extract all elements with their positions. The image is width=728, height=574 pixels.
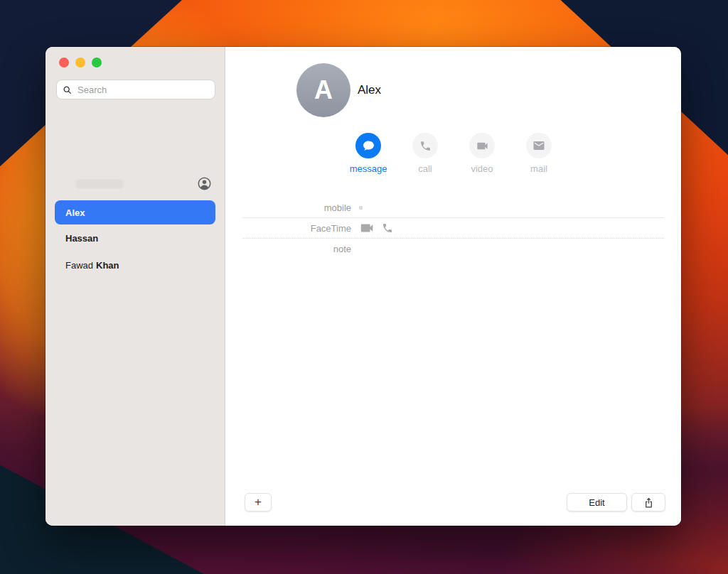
group-row [46,173,225,195]
call-button[interactable]: call [402,133,448,174]
action-buttons: message call video [346,133,562,174]
share-button[interactable] [631,493,665,511]
zoom-icon[interactable] [92,58,102,67]
contact-list: Alex Hassan FawadKhan [46,173,225,278]
facetime-phone-icon[interactable] [382,222,393,234]
sidebar: Alex Hassan FawadKhan [46,47,225,526]
phone-icon [419,140,432,152]
traffic-lights [59,58,102,67]
redacted-group-label [75,178,124,190]
contact-card-icon[interactable] [197,176,212,191]
field-mobile[interactable]: mobile [225,197,681,217]
plus-icon: + [255,495,262,509]
message-button[interactable]: message [346,133,391,174]
contacts-window: Alex Hassan FawadKhan A Alex [46,47,681,526]
avatar: A [296,63,350,117]
desktop: Alex Hassan FawadKhan A Alex [0,0,728,574]
contact-detail: A Alex message [225,47,681,526]
edit-button[interactable]: Edit [567,493,627,511]
search-field[interactable] [56,80,215,99]
video-button[interactable]: video [459,133,505,174]
contact-fields: mobile FaceTime [225,197,681,259]
field-label: note [225,244,351,254]
field-label: FaceTime [225,223,351,234]
footer-toolbar: + Edit [245,493,665,511]
facetime-video-icon[interactable] [359,220,375,236]
mail-button[interactable]: mail [516,133,562,174]
contact-first-name: Fawad [65,260,93,271]
page-title: Alex [358,63,381,117]
field-label: mobile [225,202,351,213]
add-contact-button[interactable]: + [245,493,272,511]
contact-row-hassan[interactable]: Hassan [46,224,225,251]
redacted-phone-value [359,206,363,210]
close-icon[interactable] [59,58,69,67]
envelope-icon [532,139,545,152]
minimize-icon[interactable] [75,58,85,67]
field-facetime[interactable]: FaceTime [225,218,681,238]
share-icon [643,497,654,508]
contact-last-name: Khan [96,260,119,271]
contact-last-name: Hassan [65,233,98,244]
chat-bubble-icon [362,139,375,153]
field-note[interactable]: note [225,239,681,259]
contact-last-name: Alex [65,207,85,218]
contact-row-alex[interactable]: Alex [55,200,215,224]
avatar-initial: A [314,75,333,105]
search-icon [63,85,72,94]
contact-row-fawad-khan[interactable]: FawadKhan [46,251,225,278]
video-camera-icon [476,139,489,153]
search-input[interactable] [76,84,209,96]
